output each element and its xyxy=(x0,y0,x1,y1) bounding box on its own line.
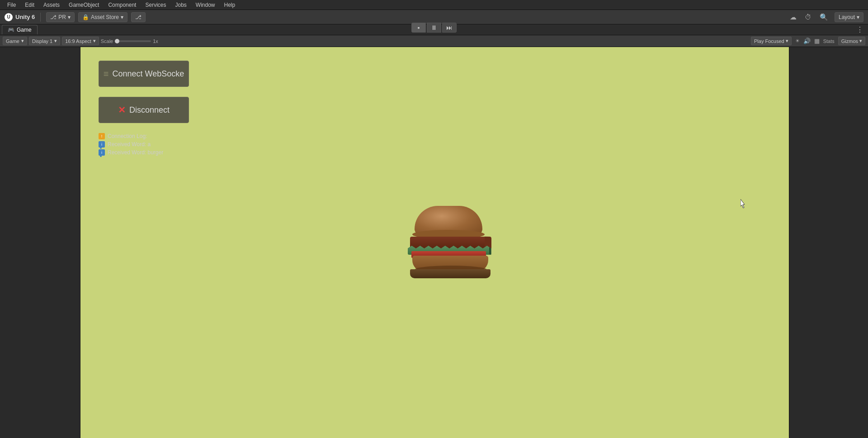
menu-bar: File Edit Assets GameObject Component Se… xyxy=(0,0,868,10)
left-sidebar xyxy=(0,47,80,438)
unity-logo-area: U Unity 6 xyxy=(5,13,35,21)
tab-more-button[interactable]: ⋮ xyxy=(854,24,866,35)
aspect-chevron: ▾ xyxy=(93,38,96,44)
menu-edit[interactable]: Edit xyxy=(21,1,38,9)
gizmos-button[interactable]: Gizmos ▾ xyxy=(838,37,865,45)
aspect-label: 16:9 Aspect xyxy=(65,38,91,44)
game-tab[interactable]: 🎮 Game xyxy=(2,25,38,34)
asset-store-chevron: ▾ xyxy=(121,14,123,20)
log-line-1-text: Received Word: a xyxy=(108,141,151,148)
display-chevron: ▾ xyxy=(54,38,57,44)
play-focused-button[interactable]: Play Focused ▾ xyxy=(751,37,792,45)
play-focused-chevron: ▾ xyxy=(786,38,788,44)
gamepad-icon: 🎮 xyxy=(8,27,14,33)
stop-icon: ▪ xyxy=(418,24,420,31)
menu-window[interactable]: Window xyxy=(192,1,219,9)
scale-thumb xyxy=(115,39,119,43)
lock-icon: 🔒 xyxy=(82,14,89,20)
game-toolbar: Game ▾ Display 1 ▾ 16:9 Aspect ▾ Scale 1… xyxy=(0,35,868,47)
connect-icon: ≡ xyxy=(104,69,109,79)
burger-3d-model xyxy=(408,206,498,287)
branch-icon: ⎇ xyxy=(135,14,142,20)
log-line-2-text: Received Word: burger xyxy=(108,149,163,156)
menu-file[interactable]: File xyxy=(4,1,19,9)
game-chevron: ▾ xyxy=(21,38,24,44)
bun-top xyxy=(415,206,482,235)
gizmos-label: Gizmos xyxy=(841,38,858,44)
scale-label: Scale xyxy=(101,38,113,44)
warning-icon: ! xyxy=(99,133,105,139)
layout-button[interactable]: Layout ▾ xyxy=(835,12,863,22)
play-controls: ▪ ⏸ ⏭ xyxy=(411,23,457,33)
pause-icon: ⏸ xyxy=(431,24,437,31)
branch-button[interactable]: ⎇ xyxy=(131,12,146,22)
scale-value: 1x xyxy=(153,38,158,44)
info-icon-2: i xyxy=(99,149,105,156)
asset-store-button[interactable]: 🔒 Asset Store ▾ xyxy=(78,12,127,22)
log-line-2: i Received Word: burger xyxy=(99,149,163,156)
connect-button-label: Connect WebSocke xyxy=(112,69,184,79)
log-header-text: Connection Log: xyxy=(108,133,147,139)
play-focused-label: Play Focused xyxy=(754,38,784,44)
history-icon[interactable]: ⏱ xyxy=(803,12,813,22)
unity-version-label: Unity 6 xyxy=(15,14,35,20)
game-label: Game xyxy=(6,38,19,44)
aspect-select[interactable]: 16:9 Aspect ▾ xyxy=(62,37,99,45)
menu-help[interactable]: Help xyxy=(221,1,239,9)
disconnect-button-label: Disconnect xyxy=(129,105,170,115)
pr-label: PR xyxy=(58,14,66,20)
unity-icon: U xyxy=(5,13,13,21)
sun-icon[interactable]: ☀ xyxy=(795,38,800,44)
log-line-1: i Received Word: a xyxy=(99,141,163,148)
pause-button[interactable]: ⏸ xyxy=(427,23,441,33)
disconnect-icon: ✕ xyxy=(118,105,126,115)
pr-button[interactable]: ⎇ PR ▾ xyxy=(46,12,75,22)
menu-assets[interactable]: Assets xyxy=(40,1,63,9)
step-button[interactable]: ⏭ xyxy=(442,23,457,33)
scale-slider[interactable] xyxy=(115,40,151,42)
search-icon[interactable]: 🔍 xyxy=(818,12,830,22)
log-header-line: ! Connection Log: xyxy=(99,133,163,139)
pr-icon: ⎇ xyxy=(50,14,57,20)
toolbar: U Unity 6 ⎇ PR ▾ 🔒 Asset Store ▾ ⎇ ▪ ⏸ ⏭… xyxy=(0,10,868,24)
disconnect-button[interactable]: ✕ Disconnect xyxy=(99,97,189,123)
toolbar-separator-1 xyxy=(40,13,41,22)
layout-label: Layout xyxy=(839,14,855,20)
step-icon: ⏭ xyxy=(446,24,453,31)
gizmos-chevron: ▾ xyxy=(859,38,862,44)
menu-services[interactable]: Services xyxy=(142,1,170,9)
aspect-ratio-icon[interactable]: ▦ xyxy=(814,38,820,44)
layout-chevron: ▾ xyxy=(857,14,859,20)
toolbar-right: ☁ ⏱ 🔍 Layout ▾ xyxy=(788,12,863,22)
right-sidebar xyxy=(789,47,868,438)
connection-log: ! Connection Log: i Received Word: a i R… xyxy=(99,133,163,157)
burger xyxy=(408,206,489,278)
stop-button[interactable]: ▪ xyxy=(411,23,426,33)
display-select[interactable]: Display 1 ▾ xyxy=(29,37,60,45)
game-viewport: ≡ Connect WebSocke ✕ Disconnect ! Connec… xyxy=(80,47,789,438)
connect-websocket-button[interactable]: ≡ Connect WebSocke xyxy=(99,61,189,87)
game-toolbar-right: Play Focused ▾ ☀ 🔊 ▦ Stats Gizmos ▾ xyxy=(751,37,865,45)
burger-base xyxy=(410,269,491,278)
info-icon-1: i xyxy=(99,141,105,148)
pr-chevron-icon: ▾ xyxy=(68,14,71,20)
main-area: ≡ Connect WebSocke ✕ Disconnect ! Connec… xyxy=(0,47,868,438)
game-select[interactable]: Game ▾ xyxy=(3,37,27,45)
game-tab-label: Game xyxy=(17,27,32,33)
menu-jobs[interactable]: Jobs xyxy=(171,1,190,9)
menu-component[interactable]: Component xyxy=(104,1,140,9)
stats-label[interactable]: Stats xyxy=(823,38,835,44)
cloud-icon[interactable]: ☁ xyxy=(788,12,798,22)
asset-store-label: Asset Store xyxy=(91,14,119,20)
scale-control: Scale 1x xyxy=(101,38,158,44)
menu-gameobject[interactable]: GameObject xyxy=(65,1,103,9)
mute-icon[interactable]: 🔊 xyxy=(803,38,811,44)
display-label: Display 1 xyxy=(32,38,52,44)
